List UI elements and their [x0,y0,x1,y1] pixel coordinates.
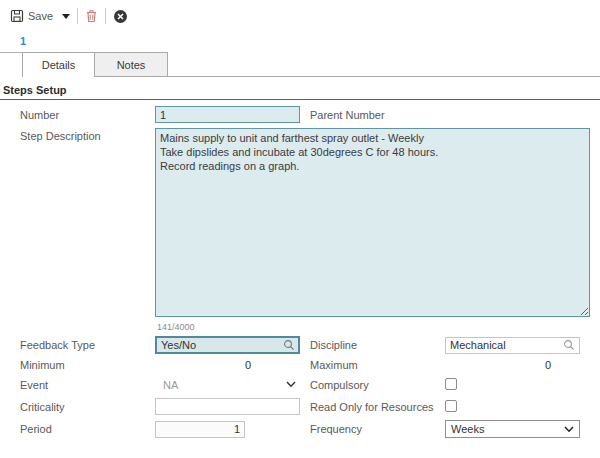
toolbar: Save [0,0,600,26]
save-dropdown-caret-icon[interactable] [62,14,70,19]
row-criticality-readonly: Criticality Read Only for Resources [20,398,600,415]
number-input[interactable] [155,106,300,123]
tab-notes-label: Notes [117,59,146,71]
step-description-label: Step Description [20,128,155,142]
frequency-dropdown[interactable]: Weeks [445,420,580,438]
row-period-frequency: Period Frequency Weeks [20,420,600,438]
close-button[interactable] [113,9,128,24]
parent-number-label: Parent Number [310,109,445,121]
section-title: Steps Setup [0,77,600,100]
read-only-checkbox[interactable] [445,400,457,412]
event-dropdown[interactable]: NA [155,376,300,393]
toolbar-divider [105,8,106,24]
tab-notes[interactable]: Notes [95,52,168,77]
toolbar-divider [77,8,78,24]
record-number-link[interactable]: 1 [20,35,32,47]
chevron-down-icon [286,381,296,388]
maximum-value: 0 [445,359,555,371]
save-label: Save [28,10,53,22]
read-only-label: Read Only for Resources [310,401,445,413]
discipline-input[interactable] [445,337,580,354]
compulsory-label: Compulsory [310,379,445,391]
step-description-textarea[interactable]: Mains supply to unit and farthest spray … [155,128,590,317]
tab-bar: Details Notes [0,52,600,77]
tab-details-label: Details [42,59,76,71]
tab-strip-lead-line [0,52,22,77]
steps-setup-form: Number Parent Number Step Description Ma… [0,100,600,438]
period-input[interactable] [155,421,245,438]
row-min-max: Minimum 0 Maximum 0 [20,359,600,371]
feedback-type-label: Feedback Type [20,339,155,351]
criticality-label: Criticality [20,401,155,413]
frequency-value: Weeks [451,423,484,435]
feedback-type-input[interactable] [155,336,300,354]
minimum-label: Minimum [20,359,155,371]
maximum-label: Maximum [310,359,445,371]
event-label: Event [20,379,155,391]
frequency-label: Frequency [310,423,445,435]
row-event-compulsory: Event NA Compulsory [20,376,600,393]
save-icon [10,9,24,23]
row-step-description: Step Description Mains supply to unit an… [20,128,600,317]
tab-details[interactable]: Details [22,52,95,77]
row-feedback-discipline: Feedback Type Discipline [20,336,600,354]
discipline-label: Discipline [310,339,445,351]
row-number: Number Parent Number [20,106,600,123]
event-value: NA [163,379,178,391]
minimum-value: 0 [155,359,255,371]
delete-button[interactable] [85,9,98,23]
compulsory-checkbox[interactable] [445,378,457,390]
close-circle-icon [113,9,128,24]
character-counter: 141/4000 [157,322,600,332]
trash-icon [85,9,98,23]
period-label: Period [20,423,155,435]
save-button[interactable]: Save [10,9,53,23]
criticality-input[interactable] [155,398,300,415]
tab-strip-baseline [168,52,600,77]
chevron-down-icon [564,426,574,433]
number-label: Number [20,109,155,121]
